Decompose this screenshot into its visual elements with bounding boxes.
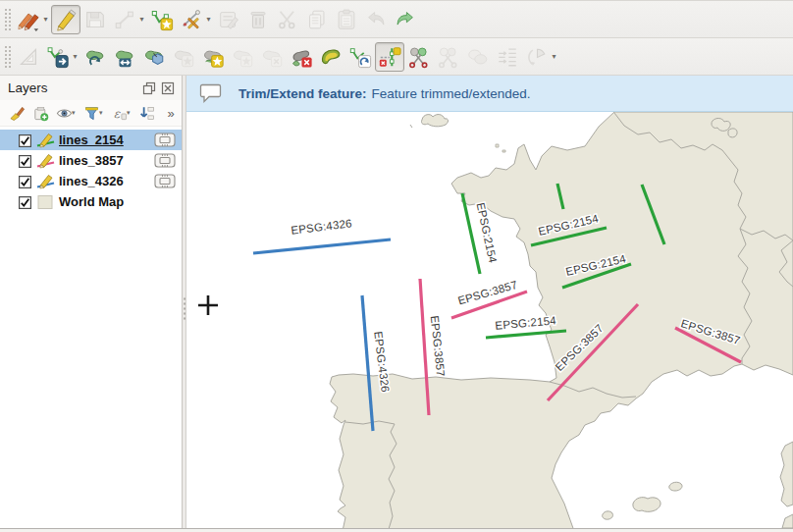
expand-collapse-all-button[interactable] (134, 102, 158, 124)
float-panel-icon[interactable] (141, 80, 157, 96)
fill-ring-button[interactable] (198, 42, 228, 72)
map-line-label: EPSG:4326 (291, 217, 353, 237)
rotate-point-symbols-button[interactable] (522, 42, 552, 72)
layers-panel-title: Layers (8, 80, 138, 95)
filter-legend-dropdown-icon[interactable]: ▾ (99, 109, 107, 117)
simplify-feature-button[interactable] (110, 42, 139, 72)
layer-row-lines-3857[interactable]: lines_3857 (0, 150, 182, 171)
message-bar: Trim/Extend feature:Feature trimmed/exte… (186, 76, 793, 112)
advanced-digitizing-toolbar: ▾ ▾ (0, 38, 793, 76)
move-feature-button[interactable] (43, 42, 73, 72)
panel-overflow-button[interactable]: » (158, 102, 182, 124)
cut-features-button[interactable] (273, 5, 302, 34)
current-edits-button[interactable] (14, 5, 43, 34)
message-title: Trim/Extend feature: (238, 86, 367, 101)
split-parts-button[interactable] (434, 42, 463, 72)
message-bubble-icon (199, 82, 223, 104)
manage-map-themes-dropdown-icon[interactable]: ▾ (72, 109, 79, 117)
trim-extend-button[interactable] (375, 42, 404, 72)
memory-layer-indicator-icon[interactable] (154, 153, 176, 168)
toolbar-drag-handle[interactable] (3, 7, 11, 32)
redo-button[interactable] (391, 5, 420, 34)
layer-visibility-checkbox[interactable] (19, 195, 31, 208)
delete-part-button[interactable] (257, 42, 287, 72)
digitize-line-button[interactable] (110, 5, 139, 34)
toggle-editing-button[interactable] (51, 5, 80, 34)
layer-visibility-checkbox[interactable] (19, 175, 31, 187)
modify-attributes-button[interactable] (214, 5, 243, 34)
cad-tools-button[interactable] (14, 42, 43, 72)
message-text: Trim/Extend feature:Feature trimmed/exte… (238, 86, 531, 101)
copy-features-button[interactable] (302, 5, 332, 34)
world-map-layer (330, 112, 793, 528)
undo-button[interactable] (361, 5, 391, 34)
memory-layer-indicator-icon[interactable] (154, 133, 176, 147)
layers-panel: Layers ▾ ▾ε ▾ » lines_2154lines_3857line… (0, 76, 183, 528)
layer-visibility-checkbox[interactable] (19, 133, 31, 146)
split-features-button[interactable] (404, 42, 434, 72)
memory-layer-indicator-icon[interactable] (154, 174, 176, 188)
add-part-button[interactable] (169, 42, 198, 72)
svg-text:ε: ε (113, 106, 121, 120)
map-line-label: EPSG:2154 (495, 314, 557, 331)
layer-visibility-checkbox[interactable] (19, 154, 31, 167)
add-group-button[interactable] (28, 102, 52, 124)
layer-name: lines_3857 (59, 153, 154, 168)
crosshair-cursor (197, 294, 219, 316)
layer-editing-pencil-icon (36, 174, 55, 189)
window-bottom-edge (0, 528, 793, 532)
layer-name: World Map (59, 194, 182, 209)
rotate-feature-button[interactable] (80, 42, 110, 72)
delete-ring-button[interactable] (228, 42, 257, 72)
delete-selected-button[interactable] (243, 5, 273, 34)
merge-attributes-button[interactable] (493, 42, 522, 72)
paste-features-button[interactable] (332, 5, 361, 34)
layer-row-lines-4326[interactable]: lines_4326 (0, 171, 182, 191)
close-panel-icon[interactable] (160, 80, 176, 96)
layer-tree: lines_2154lines_3857lines_4326World Map (0, 127, 182, 528)
map-canvas[interactable]: EPSG:4326EPSG:2154EPSG:2154EPSG:2154EPSG… (186, 112, 793, 528)
map-svg: EPSG:4326EPSG:2154EPSG:2154EPSG:2154EPSG… (186, 112, 793, 528)
delete-part-selected-button[interactable] (287, 42, 316, 72)
merge-features-button[interactable] (463, 42, 493, 72)
layer-name: lines_4326 (59, 174, 154, 188)
map-line-label: EPSG:3857 (429, 315, 447, 377)
reshape-features-button[interactable] (345, 42, 375, 72)
digitizing-toolbar: ▾ ▾ ▾ (0, 1, 793, 38)
layers-panel-header: Layers (0, 76, 182, 100)
layers-panel-toolbar: ▾ ▾ε ▾ » (0, 100, 182, 127)
layer-name: lines_2154 (59, 133, 154, 147)
layer-swatch-icon (36, 194, 55, 210)
layer-editing-pencil-icon (36, 133, 55, 148)
offset-curve-button[interactable] (316, 42, 345, 72)
layer-editing-pencil-icon (36, 153, 55, 169)
map-line-label: EPSG:3857 (456, 279, 518, 307)
map-line-feature[interactable] (253, 239, 391, 253)
qgis-window: ▾ ▾ ▾ ▾ (0, 0, 793, 532)
save-layer-edits-button[interactable] (80, 5, 110, 34)
layer-row-lines-2154[interactable]: lines_2154 (0, 130, 182, 150)
filter-by-expression-dropdown-icon[interactable]: ▾ (127, 109, 134, 117)
open-layer-styling-button[interactable] (5, 102, 28, 124)
add-ring-button[interactable] (139, 42, 169, 72)
vertex-tool-all-layers-button[interactable] (147, 5, 177, 34)
vertex-tool-current-layer-button[interactable] (177, 5, 206, 34)
toolbar-drag-handle[interactable] (3, 44, 11, 70)
layer-row-world-map[interactable]: World Map (0, 191, 182, 212)
